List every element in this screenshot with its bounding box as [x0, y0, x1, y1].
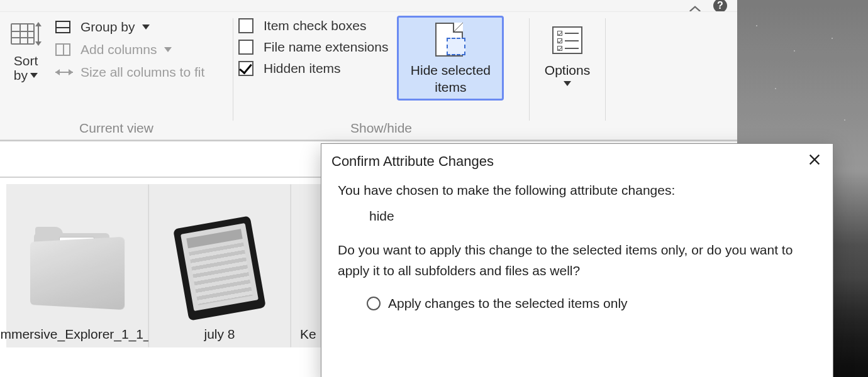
ribbon-group-label-current-view: Current view: [5, 118, 228, 139]
hide-selected-items-button[interactable]: Hide selected items: [397, 16, 504, 101]
checkbox-icon: [238, 40, 253, 55]
hidden-items-toggle[interactable]: Hidden items: [238, 61, 388, 76]
radio-icon: [367, 297, 381, 310]
ribbon-view-tab: Sort by Group by Add columns: [0, 11, 737, 140]
fit-width-icon: [55, 65, 73, 80]
file-name-extensions-toggle[interactable]: File name extensions: [238, 40, 388, 55]
radio-selected-items-only[interactable]: Apply changes to the selected items only: [338, 290, 816, 317]
sort-by-label-1: Sort: [14, 53, 38, 68]
confirm-attribute-changes-dialog: Confirm Attribute Changes You have chose…: [321, 143, 833, 377]
folder-icon: [30, 223, 125, 317]
file-name: july 8: [200, 326, 238, 342]
item-checkboxes-toggle[interactable]: Item check boxes: [238, 18, 388, 33]
collapse-ribbon-icon[interactable]: [688, 1, 702, 10]
hidden-items-label: Hidden items: [264, 61, 341, 76]
chevron-down-icon: [30, 73, 38, 78]
file-tile[interactable]: july 8: [148, 184, 291, 347]
item-checkboxes-label: Item check boxes: [264, 18, 366, 33]
hide-selected-label-2: items: [411, 79, 491, 96]
ribbon-group-label-show-hide: Show/hide: [238, 118, 524, 139]
group-icon: [55, 19, 73, 35]
chevron-down-icon: [164, 47, 172, 52]
options-icon: [547, 23, 587, 58]
dialog-text-intro: You have chosen to make the following at…: [338, 180, 816, 201]
group-by-label: Group by: [81, 19, 135, 35]
size-columns-fit-button: Size all columns to fit: [52, 63, 208, 81]
close-button[interactable]: [808, 153, 821, 170]
columns-icon: [55, 42, 73, 57]
hide-items-icon: [430, 23, 470, 58]
dialog-title: Confirm Attribute Changes: [331, 153, 494, 170]
file-name: Ke: [296, 326, 320, 342]
add-columns-label: Add columns: [81, 42, 157, 57]
radio-label: Apply changes to the selected items only: [388, 293, 628, 314]
add-columns-button: Add columns: [52, 41, 208, 58]
sort-by-button[interactable]: Sort by: [5, 16, 47, 82]
chevron-down-icon: [142, 25, 150, 30]
window-titlebar-controls: ?: [0, 0, 737, 11]
sort-by-label-2: by: [14, 68, 28, 82]
group-by-button[interactable]: Group by: [52, 18, 208, 36]
dialog-attribute-value: hide: [338, 201, 816, 241]
size-columns-label: Size all columns to fit: [81, 65, 204, 80]
checkbox-icon: [238, 18, 253, 33]
hide-selected-label-1: Hide selected: [411, 62, 491, 79]
file-name: Immersive_Explorer_1_1_3: [0, 326, 162, 342]
options-label: Options: [545, 62, 590, 79]
checkbox-checked-icon: [238, 61, 253, 76]
thumbnail-icon: [169, 217, 270, 317]
help-icon[interactable]: ?: [713, 0, 727, 13]
sort-icon: [11, 19, 41, 50]
file-tile[interactable]: Immersive_Explorer_1_1_3: [6, 184, 148, 347]
file-ext-label: File name extensions: [264, 40, 388, 55]
options-button[interactable]: Options: [539, 16, 596, 90]
chevron-down-icon: [564, 81, 571, 86]
dialog-text-question: Do you want to apply this change to the …: [338, 240, 816, 281]
